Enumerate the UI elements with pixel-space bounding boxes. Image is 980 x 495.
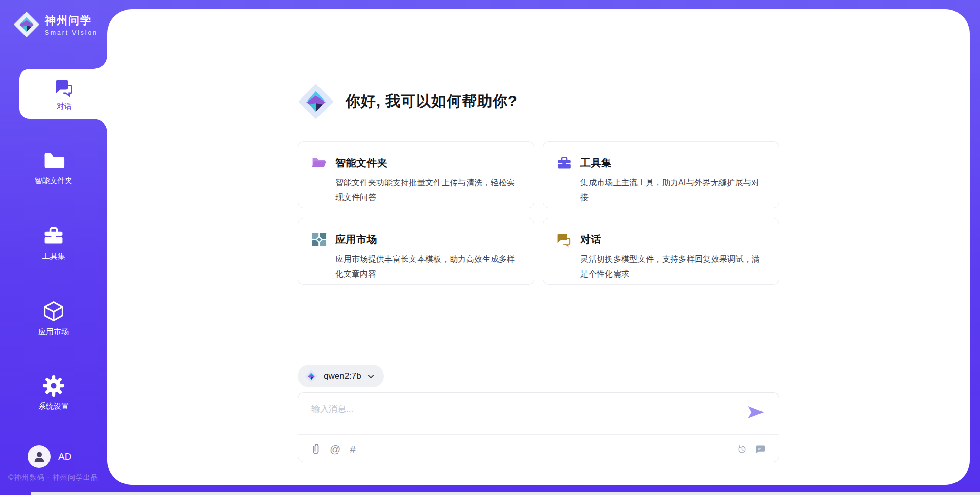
card-title: 对话 (580, 233, 601, 246)
brand-name: 神州问学 (45, 13, 98, 28)
mention-button[interactable]: @ (330, 443, 340, 454)
card-description: 应用市场提供丰富长文本模板，助力高效生成多样化文章内容 (335, 252, 522, 281)
horizontal-scrollbar[interactable] (0, 491, 980, 495)
cube-icon (42, 300, 65, 323)
greeting-row: 你好, 我可以如何帮助你? (298, 83, 779, 120)
person-icon (32, 449, 47, 464)
greeting-text: 你好, 我可以如何帮助你? (346, 91, 518, 112)
attach-file-button[interactable] (311, 443, 321, 455)
active-tab-fillet-bottom (94, 119, 107, 132)
at-sign-icon: @ (330, 443, 340, 454)
history-button[interactable] (736, 443, 747, 455)
chat-bubbles-icon (54, 77, 75, 98)
sidebar-item-settings[interactable]: 系统设置 (0, 375, 107, 411)
card-title: 智能文件夹 (335, 156, 388, 170)
horizontal-scrollbar-track[interactable] (31, 492, 980, 495)
sidebar-footer: ©神州数码 · 神州问学出品 (8, 473, 99, 482)
hash-icon: # (350, 443, 356, 454)
model-diamond-logo (305, 369, 318, 383)
folder-open-icon (311, 155, 327, 171)
brand-subtitle: Smart Vision (45, 29, 98, 36)
card-title: 工具集 (580, 156, 612, 170)
composer-toolbar: @ # (298, 435, 779, 463)
send-button[interactable] (746, 404, 766, 420)
card-description: 集成市场上主流工具，助力AI与外界无缝扩展与对接 (580, 175, 767, 205)
feature-cards: 智能文件夹 智能文件夹功能支持批量文件上传与清洗，轻松实现文件问答 工具集 集成… (298, 141, 779, 285)
sidebar-item-toolset[interactable]: 工具集 (0, 225, 107, 261)
card-toolset[interactable]: 工具集 集成市场上主流工具，助力AI与外界无缝扩展与对接 (543, 141, 779, 208)
sidebar-item-label: 系统设置 (38, 402, 69, 411)
history-icon (736, 443, 747, 455)
message-icon (755, 443, 766, 454)
topic-button[interactable]: # (350, 443, 356, 454)
card-app-market[interactable]: 应用市场 应用市场提供丰富长文本模板，助力高效生成多样化文章内容 (298, 218, 534, 285)
sidebar-item-label: 对话 (57, 102, 72, 111)
model-selector[interactable]: qwen2:7b (298, 365, 384, 387)
message-input[interactable] (298, 393, 737, 434)
sidebar-diamond-logo (13, 11, 40, 38)
user-profile[interactable]: AD (28, 445, 71, 468)
sidebar: 神州问学 Smart Vision 对话 智能文件夹 工具集 (0, 0, 107, 495)
sidebar-item-smart-folder[interactable]: 智能文件夹 (0, 149, 107, 186)
folder-icon (42, 149, 65, 171)
active-tab-fillet-top (94, 56, 107, 69)
brand: 神州问学 Smart Vision (13, 11, 98, 38)
card-smart-folder[interactable]: 智能文件夹 智能文件夹功能支持批量文件上传与清洗，轻松实现文件问答 (298, 141, 534, 208)
card-chat[interactable]: 对话 灵活切换多模型文件，支持多样回复效果调试，满足个性化需求 (543, 218, 779, 285)
card-description: 智能文件夹功能支持批量文件上传与清洗，轻松实现文件问答 (335, 175, 522, 205)
model-name: qwen2:7b (324, 371, 361, 381)
avatar (28, 445, 51, 468)
gear-icon (42, 375, 65, 397)
card-title: 应用市场 (335, 233, 377, 246)
message-composer: @ # (298, 392, 779, 462)
quick-chat-button[interactable] (755, 443, 766, 454)
sidebar-item-label: 工具集 (42, 252, 65, 261)
chevron-down-icon (367, 373, 375, 380)
brand-diamond-logo (298, 83, 334, 120)
briefcase-icon (556, 155, 572, 171)
user-name: AD (58, 451, 71, 462)
paper-plane-icon (746, 404, 766, 420)
paperclip-icon (311, 443, 321, 455)
chat-bubbles-icon (556, 232, 572, 247)
sidebar-item-label: 智能文件夹 (35, 176, 73, 186)
card-description: 灵活切换多模型文件，支持多样回复效果调试，满足个性化需求 (580, 252, 767, 281)
briefcase-icon (42, 225, 65, 247)
sidebar-item-chat[interactable]: 对话 (19, 69, 109, 119)
grid-icon (311, 232, 327, 247)
main-panel: 你好, 我可以如何帮助你? 智能文件夹 智能文件夹功能支持批量文件上传与清洗，轻… (107, 9, 970, 485)
sidebar-item-app-market[interactable]: 应用市场 (0, 300, 107, 337)
sidebar-item-label: 应用市场 (38, 327, 69, 337)
